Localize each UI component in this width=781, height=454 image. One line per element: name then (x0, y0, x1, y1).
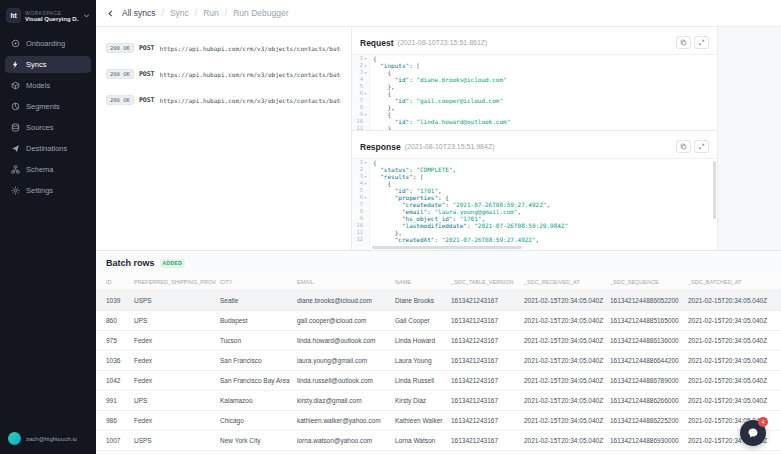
sidebar-item-label: Segments (26, 102, 60, 111)
table-row[interactable]: 991UPSKalamazookirsty.diaz@gmail.comKirs… (96, 391, 781, 411)
table-cell: 1613421244886644200 (606, 351, 684, 371)
table-cell: 2021-02-15T20:34:05.040Z (520, 311, 606, 331)
code-line: 7 "createdate": "2021-07-26T08:59:27.492… (352, 201, 717, 208)
line-number: 7 (360, 201, 363, 208)
models-icon (11, 81, 20, 90)
sidebar-item-destinations[interactable]: Destinations (5, 140, 91, 157)
table-cell: 860 (96, 311, 130, 331)
table-cell: 1613421244886789000 (606, 371, 684, 391)
table-cell: diane.brooks@icloud.com (293, 291, 391, 311)
request-row[interactable]: 200 OKPOSThttps://api.hubapi.com/crm/v3/… (96, 87, 351, 113)
fold-toggle-icon[interactable]: ▾ (363, 194, 368, 201)
back-icon[interactable] (106, 9, 115, 18)
sidebar-item-models[interactable]: Models (5, 77, 91, 94)
copy-button[interactable] (676, 36, 691, 49)
line-number: 5 (360, 83, 363, 90)
table-row[interactable]: 1042FedexSan Francisco Bay Arealinda.rus… (96, 371, 781, 391)
fold-toggle-icon[interactable]: ▾ (363, 62, 368, 69)
horizontal-scrollbar[interactable] (372, 246, 522, 249)
settings-icon (11, 186, 20, 195)
table-cell: UPS (130, 311, 216, 331)
workspace-name: Visual Querying D... (25, 16, 79, 22)
table-cell: Tucson (216, 331, 293, 351)
sidebar-item-onboarding[interactable]: Onboarding (5, 35, 91, 52)
table-cell: 1613421243167 (447, 311, 520, 331)
sidebar-item-settings[interactable]: Settings (5, 182, 91, 199)
code-line: 3▾ { (352, 69, 717, 76)
table-cell: Kathleen Walker (391, 411, 447, 431)
request-row[interactable]: 200 OKPOSThttps://api.hubapi.com/crm/v3/… (96, 35, 351, 61)
table-cell: USPS (130, 291, 216, 311)
breadcrumb-item[interactable]: Run (203, 8, 219, 18)
onboarding-icon (11, 39, 20, 48)
expand-button[interactable] (694, 140, 709, 153)
code-line: 7 "id": "gail.cooper@icloud.com" (352, 97, 717, 104)
table-cell: kirsty.diaz@gmail.com (293, 391, 391, 411)
request-url: https://api.hubapi.com/crm/v3/objects/co… (160, 71, 341, 78)
table-cell: Fedex (130, 411, 216, 431)
table-row[interactable]: 1007USPSNew York Citylorna.watson@yahoo.… (96, 431, 781, 451)
code-line: 9▾ { (352, 111, 717, 118)
table-cell: 1613421243167 (447, 331, 520, 351)
sidebar: ht WORKSPACE Visual Querying D... Onboar… (0, 0, 96, 454)
table-row[interactable]: 1039USPSSeatlediane.brooks@icloud.comDia… (96, 291, 781, 311)
code-line: 6▾ { (352, 90, 717, 97)
request-row[interactable]: 200 OKPOSThttps://api.hubapi.com/crm/v3/… (96, 61, 351, 87)
table-cell: 1613421244886225200 (606, 411, 684, 431)
table-cell: San Francisco Bay Area (216, 371, 293, 391)
chat-icon (747, 427, 759, 439)
code-line: 1▾{ (352, 55, 717, 62)
sidebar-item-label: Settings (26, 186, 53, 195)
line-number: 4 (360, 76, 363, 83)
fold-toggle-icon[interactable]: ▾ (363, 55, 368, 62)
table-row[interactable]: 1036FedexSan Franciscolaura.young@gmail.… (96, 351, 781, 371)
table-cell: 2021-02-15T20:34:05.040Z (684, 331, 781, 351)
sidebar-item-segments[interactable]: Segments (5, 98, 91, 115)
table-cell: 2021-02-15T20:34:05.040Z (520, 331, 606, 351)
column-header: _SDC_RECEIVED_AT (520, 274, 606, 291)
breadcrumb-item[interactable]: All syncs (122, 8, 156, 18)
table-cell: 2021-02-15T20:34:05.040Z (520, 431, 606, 451)
fold-toggle-icon[interactable]: ▾ (363, 90, 368, 97)
schema-icon (11, 165, 20, 174)
user-account[interactable]: zach@hightouch.io (0, 423, 96, 454)
table-row[interactable]: 986FedexChicagokathleen.walker@yahoo.com… (96, 411, 781, 431)
table-cell: Lorna Watson (391, 431, 447, 451)
table-cell: 1613421243167 (447, 371, 520, 391)
user-email: zach@hightouch.io (26, 436, 77, 442)
table-cell: New York City (216, 431, 293, 451)
response-timestamp: (2021-08-10T23:15:51.984Z) (405, 143, 495, 150)
sidebar-item-sources[interactable]: Sources (5, 119, 91, 136)
fold-toggle-icon[interactable]: ▾ (363, 173, 368, 180)
fold-toggle-icon[interactable]: ▾ (363, 159, 368, 166)
line-number: 7 (360, 97, 363, 104)
column-header: _SDC_BATCHED_AT (684, 274, 781, 291)
table-cell: 1613421244886930000 (606, 431, 684, 451)
table-cell: 1036 (96, 351, 130, 371)
breadcrumb-item[interactable]: Sync (170, 8, 189, 18)
chat-launcher-button[interactable]: 4 (740, 420, 766, 446)
request-response-detail: Request (2021-08-10T23:15:51.861Z) (352, 27, 718, 250)
table-cell: 1613421244886266000 (606, 391, 684, 411)
code-line: 5 }, (352, 83, 717, 90)
expand-button[interactable] (694, 36, 709, 49)
table-cell: USPS (130, 431, 216, 451)
table-cell: Linda Russell (391, 371, 447, 391)
sidebar-item-schema[interactable]: Schema (5, 161, 91, 178)
line-number: 11 (356, 229, 363, 236)
fold-toggle-icon[interactable]: ▾ (363, 111, 368, 118)
copy-button[interactable] (676, 140, 691, 153)
table-row[interactable]: 860UPSBudapestgail.cooper@icloud.comGail… (96, 311, 781, 331)
sidebar-item-syncs[interactable]: Syncs (5, 56, 91, 73)
table-row[interactable]: 975FedexTucsonlinda.howard@outlook.comLi… (96, 331, 781, 351)
workspace-switcher[interactable]: ht WORKSPACE Visual Querying D... (0, 0, 96, 32)
code-line: 10 "id": "linda.howard@outlook.com" (352, 118, 717, 125)
run-debugger: 200 OKPOSThttps://api.hubapi.com/crm/v3/… (96, 27, 781, 251)
sidebar-item-label: Models (26, 81, 50, 90)
fold-toggle-icon[interactable]: ▾ (363, 180, 368, 187)
line-number: 8 (360, 104, 363, 111)
vertical-scrollbar[interactable] (713, 161, 716, 219)
response-code-editor: 1▾{2 "status": "COMPLETE",3▾ "results": … (352, 158, 717, 250)
fold-toggle-icon[interactable]: ▾ (363, 69, 368, 76)
sidebar-item-label: Sources (26, 123, 54, 132)
